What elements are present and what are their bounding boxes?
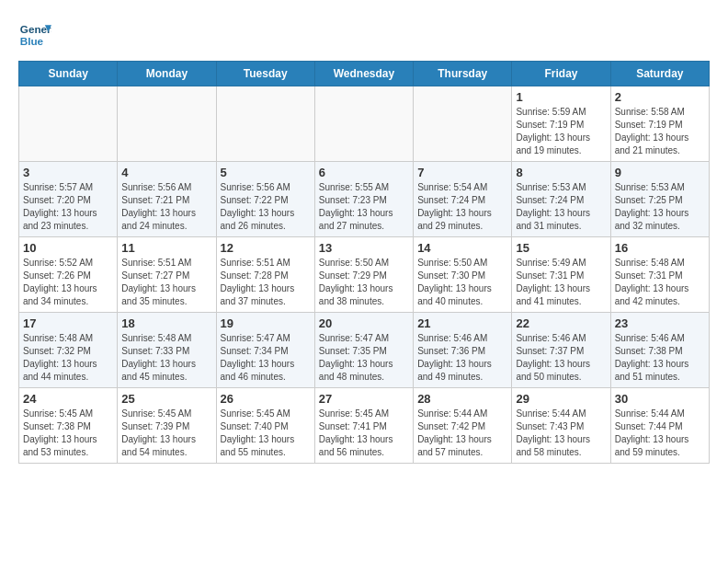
day-number: 13 (319, 241, 409, 255)
day-number: 30 (615, 392, 705, 406)
cell-info: Sunrise: 5:55 AM Sunset: 7:23 PM Dayligh… (319, 181, 409, 233)
calendar-cell: 28Sunrise: 5:44 AM Sunset: 7:42 PM Dayli… (414, 388, 512, 464)
day-number: 15 (516, 241, 606, 255)
day-number: 18 (121, 316, 211, 330)
day-number: 14 (417, 241, 507, 255)
cell-info: Sunrise: 5:46 AM Sunset: 7:38 PM Dayligh… (615, 332, 705, 384)
calendar-header-row: SundayMondayTuesdayWednesdayThursdayFrid… (19, 62, 710, 86)
calendar-cell: 13Sunrise: 5:50 AM Sunset: 7:29 PM Dayli… (314, 237, 413, 313)
calendar-cell: 24Sunrise: 5:45 AM Sunset: 7:38 PM Dayli… (19, 388, 118, 464)
cell-info: Sunrise: 5:57 AM Sunset: 7:20 PM Dayligh… (23, 181, 113, 233)
logo: General Blue (18, 18, 51, 52)
calendar-week-row: 17Sunrise: 5:48 AM Sunset: 7:32 PM Dayli… (19, 313, 710, 388)
calendar-cell: 10Sunrise: 5:52 AM Sunset: 7:26 PM Dayli… (19, 237, 118, 313)
cell-info: Sunrise: 5:56 AM Sunset: 7:22 PM Dayligh… (221, 181, 311, 233)
cell-info: Sunrise: 5:58 AM Sunset: 7:19 PM Dayligh… (615, 106, 705, 157)
day-number: 20 (319, 316, 409, 330)
calendar-cell: 27Sunrise: 5:45 AM Sunset: 7:41 PM Dayli… (314, 388, 413, 464)
svg-text:General: General (20, 23, 51, 35)
calendar-cell: 8Sunrise: 5:53 AM Sunset: 7:24 PM Daylig… (512, 162, 610, 237)
day-number: 2 (615, 90, 705, 104)
calendar-cell: 3Sunrise: 5:57 AM Sunset: 7:20 PM Daylig… (19, 162, 118, 237)
calendar-cell: 26Sunrise: 5:45 AM Sunset: 7:40 PM Dayli… (216, 388, 314, 464)
day-number: 17 (23, 316, 113, 330)
calendar-week-row: 24Sunrise: 5:45 AM Sunset: 7:38 PM Dayli… (19, 388, 710, 464)
day-of-week-header: Saturday (610, 62, 709, 86)
day-number: 28 (417, 392, 507, 406)
calendar-cell (414, 86, 512, 162)
day-of-week-header: Wednesday (314, 62, 413, 86)
calendar-table: SundayMondayTuesdayWednesdayThursdayFrid… (18, 61, 710, 464)
cell-info: Sunrise: 5:45 AM Sunset: 7:38 PM Dayligh… (23, 408, 113, 459)
day-number: 6 (319, 166, 409, 179)
calendar-cell: 5Sunrise: 5:56 AM Sunset: 7:22 PM Daylig… (216, 162, 314, 237)
calendar-cell: 14Sunrise: 5:50 AM Sunset: 7:30 PM Dayli… (414, 237, 512, 313)
cell-info: Sunrise: 5:50 AM Sunset: 7:29 PM Dayligh… (319, 257, 409, 308)
cell-info: Sunrise: 5:44 AM Sunset: 7:42 PM Dayligh… (417, 408, 507, 459)
cell-info: Sunrise: 5:53 AM Sunset: 7:24 PM Dayligh… (516, 181, 606, 233)
day-number: 27 (319, 392, 409, 406)
cell-info: Sunrise: 5:59 AM Sunset: 7:19 PM Dayligh… (516, 106, 606, 157)
cell-info: Sunrise: 5:50 AM Sunset: 7:30 PM Dayligh… (417, 257, 507, 308)
day-number: 23 (615, 316, 705, 330)
page-header: General Blue (18, 18, 710, 52)
day-number: 4 (121, 166, 211, 179)
day-number: 19 (221, 316, 311, 330)
day-number: 7 (417, 166, 507, 179)
calendar-cell: 29Sunrise: 5:44 AM Sunset: 7:43 PM Dayli… (512, 388, 610, 464)
calendar-cell: 17Sunrise: 5:48 AM Sunset: 7:32 PM Dayli… (19, 313, 118, 388)
day-number: 12 (221, 241, 311, 255)
calendar-week-row: 1Sunrise: 5:59 AM Sunset: 7:19 PM Daylig… (19, 86, 710, 162)
cell-info: Sunrise: 5:46 AM Sunset: 7:36 PM Dayligh… (417, 332, 507, 384)
cell-info: Sunrise: 5:52 AM Sunset: 7:26 PM Dayligh… (23, 257, 113, 308)
cell-info: Sunrise: 5:49 AM Sunset: 7:31 PM Dayligh… (516, 257, 606, 308)
calendar-cell: 22Sunrise: 5:46 AM Sunset: 7:37 PM Dayli… (512, 313, 610, 388)
day-of-week-header: Thursday (414, 62, 512, 86)
calendar-cell: 18Sunrise: 5:48 AM Sunset: 7:33 PM Dayli… (118, 313, 216, 388)
calendar-cell: 15Sunrise: 5:49 AM Sunset: 7:31 PM Dayli… (512, 237, 610, 313)
cell-info: Sunrise: 5:51 AM Sunset: 7:27 PM Dayligh… (121, 257, 211, 308)
calendar-week-row: 3Sunrise: 5:57 AM Sunset: 7:20 PM Daylig… (19, 162, 710, 237)
cell-info: Sunrise: 5:48 AM Sunset: 7:31 PM Dayligh… (615, 257, 705, 308)
calendar-cell: 7Sunrise: 5:54 AM Sunset: 7:24 PM Daylig… (414, 162, 512, 237)
day-of-week-header: Friday (512, 62, 610, 86)
cell-info: Sunrise: 5:51 AM Sunset: 7:28 PM Dayligh… (221, 257, 311, 308)
day-number: 22 (516, 316, 606, 330)
day-of-week-header: Sunday (19, 62, 118, 86)
calendar-cell: 23Sunrise: 5:46 AM Sunset: 7:38 PM Dayli… (610, 313, 709, 388)
calendar-cell: 12Sunrise: 5:51 AM Sunset: 7:28 PM Dayli… (216, 237, 314, 313)
day-number: 24 (23, 392, 113, 406)
day-number: 8 (516, 166, 606, 179)
day-number: 29 (516, 392, 606, 406)
calendar-cell: 19Sunrise: 5:47 AM Sunset: 7:34 PM Dayli… (216, 313, 314, 388)
calendar-cell: 21Sunrise: 5:46 AM Sunset: 7:36 PM Dayli… (414, 313, 512, 388)
svg-text:Blue: Blue (20, 35, 44, 47)
calendar-week-row: 10Sunrise: 5:52 AM Sunset: 7:26 PM Dayli… (19, 237, 710, 313)
calendar-cell (118, 86, 216, 162)
calendar-cell: 6Sunrise: 5:55 AM Sunset: 7:23 PM Daylig… (314, 162, 413, 237)
logo-icon: General Blue (18, 18, 51, 52)
calendar-body: 1Sunrise: 5:59 AM Sunset: 7:19 PM Daylig… (19, 86, 710, 464)
cell-info: Sunrise: 5:48 AM Sunset: 7:33 PM Dayligh… (121, 332, 211, 384)
cell-info: Sunrise: 5:56 AM Sunset: 7:21 PM Dayligh… (121, 181, 211, 233)
cell-info: Sunrise: 5:45 AM Sunset: 7:39 PM Dayligh… (121, 408, 211, 459)
day-number: 26 (221, 392, 311, 406)
day-of-week-header: Monday (118, 62, 216, 86)
calendar-cell: 2Sunrise: 5:58 AM Sunset: 7:19 PM Daylig… (610, 86, 709, 162)
day-number: 25 (121, 392, 211, 406)
calendar-cell: 4Sunrise: 5:56 AM Sunset: 7:21 PM Daylig… (118, 162, 216, 237)
day-number: 16 (615, 241, 705, 255)
calendar-cell (314, 86, 413, 162)
cell-info: Sunrise: 5:45 AM Sunset: 7:41 PM Dayligh… (319, 408, 409, 459)
cell-info: Sunrise: 5:45 AM Sunset: 7:40 PM Dayligh… (221, 408, 311, 459)
cell-info: Sunrise: 5:44 AM Sunset: 7:43 PM Dayligh… (516, 408, 606, 459)
calendar-cell: 16Sunrise: 5:48 AM Sunset: 7:31 PM Dayli… (610, 237, 709, 313)
calendar-cell: 25Sunrise: 5:45 AM Sunset: 7:39 PM Dayli… (118, 388, 216, 464)
calendar-cell (216, 86, 314, 162)
cell-info: Sunrise: 5:53 AM Sunset: 7:25 PM Dayligh… (615, 181, 705, 233)
calendar-cell: 20Sunrise: 5:47 AM Sunset: 7:35 PM Dayli… (314, 313, 413, 388)
day-number: 5 (221, 166, 311, 179)
cell-info: Sunrise: 5:47 AM Sunset: 7:35 PM Dayligh… (319, 332, 409, 384)
day-number: 10 (23, 241, 113, 255)
cell-info: Sunrise: 5:48 AM Sunset: 7:32 PM Dayligh… (23, 332, 113, 384)
